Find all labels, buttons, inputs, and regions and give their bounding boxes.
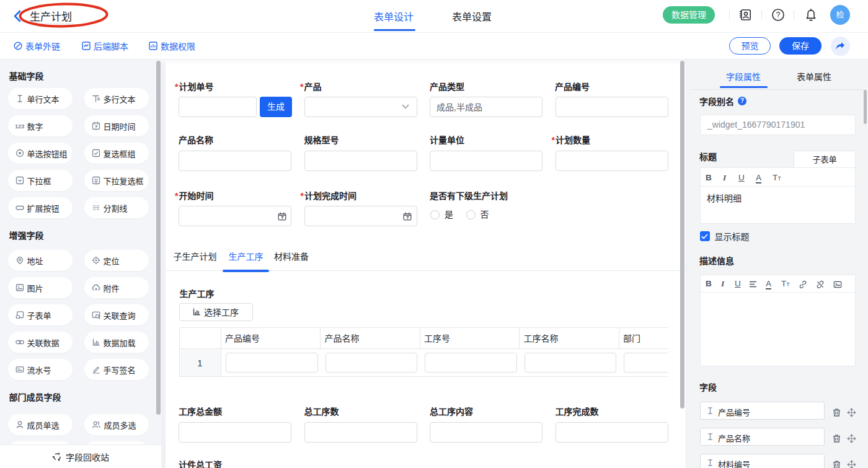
svg-text:?: ?	[776, 11, 781, 19]
